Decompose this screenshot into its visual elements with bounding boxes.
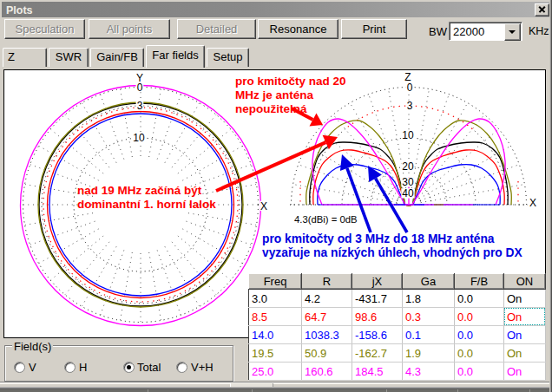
svg-text:X: X (529, 197, 536, 209)
svg-text:pro kmitočty od 3 MHz do 18 MH: pro kmitočty od 3 MHz do 18 MHz anténa (262, 232, 495, 245)
svg-text:3: 3 (137, 100, 143, 112)
svg-text:X: X (260, 200, 267, 212)
svg-text:nepoužitelná: nepoužitelná (235, 102, 307, 115)
svg-text:nad 19 MHz začíná být: nad 19 MHz začíná být (77, 184, 202, 197)
svg-text:0: 0 (407, 82, 413, 94)
svg-text:20: 20 (402, 160, 414, 173)
svg-text:dominantní 1. horní lalok: dominantní 1. horní lalok (77, 198, 216, 211)
svg-text:10: 10 (133, 132, 145, 144)
svg-text:pro kmitočty nad 20: pro kmitočty nad 20 (235, 75, 346, 88)
svg-text:10: 10 (402, 129, 414, 141)
svg-text:40: 40 (402, 187, 414, 199)
svg-text:0: 0 (137, 82, 143, 94)
svg-text:3: 3 (407, 100, 413, 112)
svg-text:4.3(dBi) = 0dB: 4.3(dBi) = 0dB (294, 214, 358, 225)
svg-text:30: 30 (402, 176, 414, 188)
svg-text:vyzařuje na nízkých úhlech, vh: vyzařuje na nízkých úhlech, vhodných pro… (262, 246, 523, 259)
svg-text:MHz je anténa: MHz je anténa (235, 88, 314, 101)
